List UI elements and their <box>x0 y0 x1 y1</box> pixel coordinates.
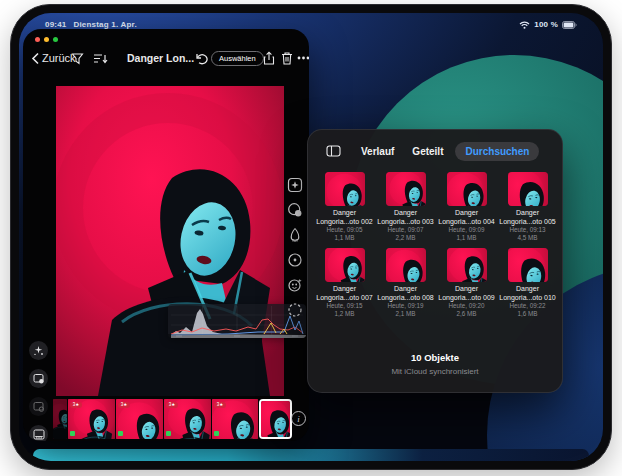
photo-item[interactable]: DangerLongoria...oto 005 Heute, 09:13 4,… <box>497 172 558 242</box>
tab-geteilt[interactable]: Geteilt <box>406 143 449 160</box>
ml-enhance-icon[interactable] <box>287 176 304 193</box>
edit-count-badge: 3★ <box>118 402 130 408</box>
photo-date: Heute, 09:07 <box>375 226 436 234</box>
filmstrip: 3★ 3★ 3★ 3★ <box>53 399 292 439</box>
close-window-button[interactable] <box>35 37 40 42</box>
tab-verlauf[interactable]: Verlauf <box>355 143 400 160</box>
select-button[interactable]: Auswählen <box>211 46 264 70</box>
auto-enhance-button[interactable] <box>29 341 48 360</box>
edited-status-badge <box>70 431 75 436</box>
wallpaper-cyan-strip <box>33 449 589 461</box>
photo-name-line: Longoria...oto 005 <box>499 218 555 225</box>
photo-date: Heute, 09:19 <box>375 302 436 310</box>
sidebar-toggle-icon[interactable] <box>326 145 341 157</box>
info-button[interactable]: i <box>291 411 306 426</box>
edited-status-badge <box>166 431 171 436</box>
clock: 09:41 <box>45 20 66 29</box>
edit-count-badge: 3★ <box>166 402 178 408</box>
photo-item[interactable]: DangerLongoria...oto 009 Heute, 09:20 2,… <box>436 248 497 318</box>
photo-name-line: Longoria...oto 007 <box>316 294 372 301</box>
filmstrip-toggle-button[interactable] <box>29 425 48 441</box>
edit-count-badge: 3★ <box>214 402 226 408</box>
share-button[interactable] <box>263 46 275 70</box>
info-button-label: i <box>297 414 300 424</box>
photo-item[interactable]: DangerLongoria...oto 002 Heute, 09:05 1,… <box>314 172 375 242</box>
photo-size: 1,1 MB <box>314 234 375 242</box>
retouch-face-icon[interactable] <box>287 276 304 293</box>
photo-name-line: Longoria...oto 010 <box>499 294 555 301</box>
photo-date: Heute, 09:13 <box>497 226 558 234</box>
photo-browser-popup: Verlauf Geteilt Durchsuchen <box>307 129 563 393</box>
photo-size: 2,1 MB <box>375 310 436 318</box>
select-button-label: Auswählen <box>211 51 264 66</box>
copy-edits-button[interactable] <box>29 369 48 388</box>
window-controls[interactable] <box>35 37 58 42</box>
photo-name-line: Danger <box>394 285 417 292</box>
photo-thumbnail[interactable] <box>386 172 426 206</box>
edit-tool-rail <box>284 176 306 318</box>
photo-name-line: Longoria...oto 009 <box>438 294 494 301</box>
photo-thumbnail[interactable] <box>447 248 487 282</box>
photo-thumbnail[interactable] <box>508 172 548 206</box>
browser-header: Verlauf Geteilt Durchsuchen <box>308 140 562 162</box>
photo-item[interactable]: DangerLongoria...oto 010 Heute, 09:22 1,… <box>497 248 558 318</box>
zoom-window-button[interactable] <box>53 37 58 42</box>
minimize-window-button[interactable] <box>44 37 49 42</box>
filmstrip-thumbnail[interactable]: 3★ <box>164 399 211 439</box>
edited-status-badge <box>118 431 123 436</box>
photo-item[interactable]: DangerLongoria...oto 004 Heute, 09:09 1,… <box>436 172 497 242</box>
filmstrip-thumbnail[interactable]: 3★ <box>116 399 163 439</box>
repair-brush-icon[interactable] <box>287 226 304 243</box>
wifi-icon <box>519 21 530 29</box>
photo-size: 1,6 MB <box>497 310 558 318</box>
photo-thumbnail[interactable] <box>508 248 548 282</box>
photo-thumbnail[interactable] <box>325 172 365 206</box>
photo-name-line: Danger <box>516 285 539 292</box>
photo-name-line: Danger <box>333 285 356 292</box>
edit-count-badge: 3★ <box>70 402 82 408</box>
photo-thumbnail[interactable] <box>386 248 426 282</box>
browser-footer: 10 Objekte Mit iCloud synchronisiert <box>308 352 562 376</box>
photo-item[interactable]: DangerLongoria...oto 008 Heute, 09:19 2,… <box>375 248 436 318</box>
more-button[interactable] <box>297 46 309 70</box>
photo-size: 4,5 MB <box>497 234 558 242</box>
photo-canvas[interactable] <box>56 86 284 396</box>
photo-size: 2,6 MB <box>436 310 497 318</box>
delete-button[interactable] <box>281 46 293 70</box>
filter-button[interactable] <box>71 46 84 70</box>
editor-window: Zurück Danger Lon... <box>23 29 309 441</box>
photo-size: 1,2 MB <box>314 310 375 318</box>
filmstrip-thumbnail[interactable]: 3★ <box>212 399 258 439</box>
photo-name-line: Danger <box>455 285 478 292</box>
document-title: Danger Lon... <box>127 46 194 70</box>
photo-date: Heute, 09:09 <box>436 226 497 234</box>
photo-name-line: Danger <box>333 209 356 216</box>
back-button[interactable]: Zurück <box>31 46 76 70</box>
photo-name-line: Danger <box>455 209 478 216</box>
paste-edits-button[interactable] <box>29 397 48 416</box>
icloud-sync-status: Mit iCloud synchronisiert <box>308 367 562 376</box>
photo-date: Heute, 09:20 <box>436 302 497 310</box>
photo-thumbnail[interactable] <box>447 172 487 206</box>
photo-name-line: Danger <box>394 209 417 216</box>
screen: 09:41 Dienstag 1. Apr. 100 % <box>19 13 603 461</box>
filmstrip-thumbnail-selected[interactable] <box>259 399 292 439</box>
photo-item[interactable]: DangerLongoria...oto 007 Heute, 09:15 1,… <box>314 248 375 318</box>
battery-percent: 100 % <box>534 20 558 29</box>
photo-item[interactable]: DangerLongoria...oto 003 Heute, 09:07 2,… <box>375 172 436 242</box>
date: Dienstag 1. Apr. <box>73 20 136 29</box>
vignette-icon[interactable] <box>287 251 304 268</box>
photo-name-line: Danger <box>516 209 539 216</box>
sort-button[interactable] <box>93 46 108 70</box>
tab-durchsuchen[interactable]: Durchsuchen <box>455 142 539 161</box>
photo-thumbnail[interactable] <box>325 248 365 282</box>
color-adjust-icon[interactable] <box>287 201 304 218</box>
editor-toolbar: Zurück Danger Lon... <box>23 46 309 70</box>
undo-button[interactable] <box>194 46 208 70</box>
photo-size: 2,2 MB <box>375 234 436 242</box>
selection-icon[interactable] <box>287 301 304 318</box>
ipad-device: 09:41 Dienstag 1. Apr. 100 % <box>10 4 612 470</box>
photo-date: Heute, 09:22 <box>497 302 558 310</box>
filmstrip-thumbnail[interactable] <box>53 399 67 439</box>
filmstrip-thumbnail[interactable]: 3★ <box>68 399 115 439</box>
